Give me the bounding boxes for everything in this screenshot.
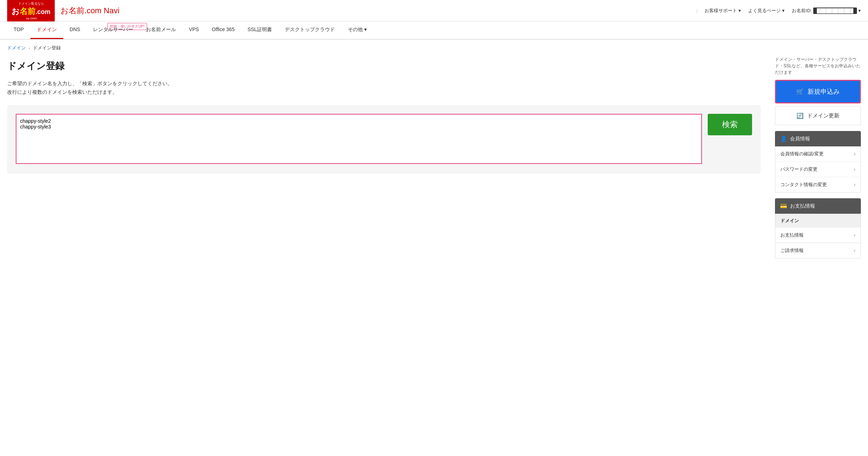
- payment-section: 💳 お支払情報 ドメイン お支払情報 › ご請求情報 ›: [775, 198, 861, 258]
- payment-icon: 💳: [780, 203, 787, 209]
- refresh-icon: 🔄: [796, 112, 804, 119]
- payment-section-header: 💳 お支払情報: [775, 198, 861, 214]
- domain-search-textarea[interactable]: chappy-style2 chappy-style3: [16, 114, 702, 164]
- payment-info-link[interactable]: お支払情報 ›: [775, 228, 861, 243]
- domain-renew-label: ドメイン更新: [807, 112, 839, 119]
- cart-icon: 🛒: [796, 88, 804, 96]
- nav-dns[interactable]: DNS: [63, 21, 87, 39]
- breadcrumb-current: ドメイン登録: [33, 45, 61, 51]
- description-line2: 改行により複数のドメインを検索いただけます。: [7, 88, 761, 97]
- page-title: ドメイン登録: [7, 60, 761, 72]
- description: ご希望のドメイン名を入力し、「検索」ボタンをクリックしてください。 改行により複…: [7, 79, 761, 97]
- payment-info-label: お支払情報: [780, 232, 804, 238]
- member-info-label: 会員情報の確認/変更: [780, 151, 824, 157]
- chevron-right-icon: ›: [854, 151, 855, 157]
- member-section-title: 会員情報: [790, 136, 810, 142]
- new-application-button[interactable]: 🛒 新規申込み: [775, 80, 861, 103]
- nav-mail[interactable]: お名前メール: [140, 21, 182, 39]
- chevron-right-icon: ›: [854, 166, 855, 173]
- logo-main: お 名前 .com: [11, 6, 50, 17]
- sidebar: ドメイン・サーバー・デスクトップクラウド・SSLなど、各種サービスをお申込みいた…: [775, 56, 861, 258]
- main-layout: ドメイン登録 ご希望のドメイン名を入力し、「検索」ボタンをクリックしてください。…: [0, 56, 868, 258]
- payment-section-title: お支払情報: [790, 203, 815, 209]
- nav-desktop-cloud[interactable]: デスクトップクラウド: [278, 21, 341, 39]
- site-title: お名前.com Navi: [60, 5, 120, 16]
- breadcrumb-parent[interactable]: ドメイン: [7, 45, 26, 51]
- nav-ssl[interactable]: SSL証明書: [241, 21, 278, 39]
- password-change-label: パスワードの変更: [780, 166, 818, 173]
- chevron-right-icon: ›: [854, 247, 855, 254]
- new-application-label: 新規申込み: [808, 87, 840, 96]
- logo-area: ドメイン取るなら お 名前 .com by GMO お名前.com Navi: [7, 0, 120, 23]
- payment-sub-header: ドメイン: [775, 214, 861, 228]
- sidebar-service-description: ドメイン・サーバー・デスクトップクラウド・SSLなど、各種サービスをお申込みいた…: [775, 56, 861, 76]
- member-section: 👤 会員情報 会員情報の確認/変更 › パスワードの変更 › コンタクト情報の変…: [775, 131, 861, 193]
- contact-change-link[interactable]: コンタクト情報の変更 ›: [775, 177, 860, 192]
- id-value: ████████████: [813, 8, 857, 14]
- billing-info-link[interactable]: ご請求情報 ›: [775, 243, 861, 258]
- logo-box: ドメイン取るなら お 名前 .com by GMO: [7, 0, 55, 23]
- domain-renew-button[interactable]: 🔄 ドメイン更新: [775, 106, 861, 125]
- nav-domain[interactable]: ドメイン: [30, 21, 63, 39]
- breadcrumb: ドメイン › ドメイン登録: [0, 40, 868, 56]
- header-right: | お客様サポート ▾ よく見るページ ▾ お名前ID: ███████████…: [696, 8, 861, 14]
- nav-office365[interactable]: Office 365: [205, 21, 241, 39]
- billing-info-label: ご請求情報: [780, 247, 804, 254]
- chevron-right-icon: ›: [854, 232, 855, 238]
- search-area: chappy-style2 chappy-style3 検索: [7, 105, 761, 174]
- contact-change-label: コンタクト情報の変更: [780, 181, 827, 188]
- support-menu[interactable]: お客様サポート ▾: [704, 8, 741, 14]
- nav-rental-server[interactable]: レンタルサーバー: [87, 21, 140, 39]
- member-info-link[interactable]: 会員情報の確認/変更 ›: [775, 146, 860, 162]
- nav-list: TOP ドメイン DNS レンタルサーバー お名前メール VPS Office …: [7, 21, 861, 39]
- password-change-link[interactable]: パスワードの変更 ›: [775, 162, 860, 177]
- search-button[interactable]: 検索: [708, 114, 752, 135]
- account-id[interactable]: お名前ID: ████████████ ▾: [792, 8, 861, 14]
- popular-pages-menu[interactable]: よく見るページ ▾: [748, 8, 785, 14]
- person-icon: 👤: [780, 135, 787, 142]
- logo-gmo: by GMO: [26, 17, 37, 20]
- nav-bar: 性能・使いやすさUP! TOP ドメイン DNS レンタルサーバー お名前メール…: [0, 21, 868, 40]
- chevron-right-icon: ›: [854, 181, 855, 188]
- header: ドメイン取るなら お 名前 .com by GMO お名前.com Navi |…: [0, 0, 868, 21]
- description-line1: ご希望のドメイン名を入力し、「検索」ボタンをクリックしてください。: [7, 79, 761, 88]
- nav-other[interactable]: その他 ▾: [341, 21, 373, 39]
- main-content: ドメイン登録 ご希望のドメイン名を入力し、「検索」ボタンをクリックしてください。…: [7, 56, 768, 258]
- nav-vps[interactable]: VPS: [182, 21, 205, 39]
- member-section-body: 会員情報の確認/変更 › パスワードの変更 › コンタクト情報の変更 ›: [775, 146, 861, 193]
- textarea-wrapper: chappy-style2 chappy-style3: [16, 114, 702, 165]
- breadcrumb-separator: ›: [29, 45, 30, 51]
- member-section-header: 👤 会員情報: [775, 131, 861, 146]
- logo-tagline: ドメイン取るなら: [18, 1, 44, 6]
- nav-top[interactable]: TOP: [7, 21, 30, 39]
